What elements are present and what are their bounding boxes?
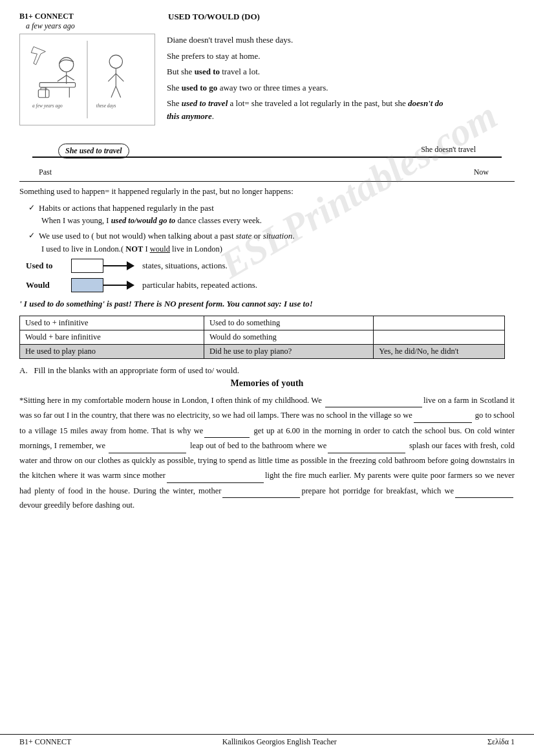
table-r2-c3 — [374, 330, 504, 344]
arrow-row-1: Used to states, situations, actions. — [26, 259, 515, 273]
arrow1-area — [71, 259, 138, 273]
not-bold: NOT — [125, 244, 143, 254]
table-r2-c1: Would + bare infinitive — [20, 330, 204, 344]
footer-page: Σελίδα 1 — [487, 737, 515, 747]
arrow2-area — [71, 278, 138, 292]
header: B1+ CONNECT a few years ago USED TO/WOUL… — [19, 12, 515, 31]
illustration-svg: these days a few years ago — [23, 41, 152, 118]
header-left: B1+ CONNECT a few years ago — [19, 12, 162, 31]
svg-line-11 — [67, 76, 74, 80]
to-do-bolditalic: to do — [228, 318, 244, 327]
state-italic: state — [236, 231, 252, 241]
intro-text-block: Diane doesn't travel mush these days. Sh… — [167, 34, 515, 125]
svg-line-16 — [111, 86, 116, 98]
this-anymore-bolditalic: this anymore — [167, 111, 212, 121]
table-r1-c1: Used to + infinitive — [20, 316, 204, 330]
timeline-now-label: Now — [474, 167, 489, 177]
bullet2-sub: I used to live in London.( NOT I would l… — [41, 244, 222, 254]
svg-line-10 — [58, 76, 67, 81]
arrow2-text: particular habits, repeated actions. — [142, 280, 257, 290]
timeline-section: She used to travel She doesn't travel Pa… — [19, 132, 515, 177]
intro-line5: She used to travel a lot= she traveled a… — [167, 97, 515, 122]
timeline-line — [32, 157, 502, 158]
arrow1-connector — [103, 265, 127, 266]
used-to-bold: used to — [195, 67, 220, 76]
grammar-bullet-list: Habits or actions that happened regularl… — [30, 202, 515, 255]
did-italic: Did — [209, 347, 222, 356]
svg-point-12 — [109, 55, 122, 68]
use-to-play-italic: use to play — [233, 347, 268, 356]
arrow-row-2: Would particular habits, repeated action… — [26, 278, 515, 292]
bullet1-main: Habits or actions that happened regularl… — [39, 203, 214, 213]
fill-paragraph: *Sitting here in my comfortable modern h… — [19, 393, 515, 513]
doesnt-do-bolditalic: doesn't do — [408, 98, 443, 108]
did2-italic: did — [405, 347, 415, 356]
would-underline: would — [150, 244, 170, 254]
table-r3-c1: He used to play piano — [20, 344, 204, 358]
fill-instruction: Fill in the blanks with an appropriate f… — [34, 365, 239, 375]
page: B1+ CONNECT a few years ago USED TO/WOUL… — [0, 0, 534, 756]
bullet-item-1: Habits or actions that happened regularl… — [30, 202, 515, 227]
footer-author: Kallinikos Georgios English Teacher — [222, 737, 337, 747]
arrow1-label: Used to — [26, 261, 71, 271]
top-section: these days a few years ago Diane doesn't… — [19, 34, 515, 125]
intro-line1: Diane doesn't travel mush these days. — [167, 34, 515, 47]
arrow2-head — [127, 281, 134, 290]
arrow1-head — [127, 261, 134, 270]
subtitle: a few years ago — [26, 21, 162, 31]
bullet-item-2: We use used to ( but not would) when tal… — [30, 230, 515, 255]
svg-text:a few years ago: a few years ago — [32, 103, 63, 109]
section-a-letter: A. — [19, 365, 28, 375]
intro-line4: She used to go away two or three times a… — [167, 81, 515, 94]
section-a-label: A. Fill in the blanks with an appropriat… — [19, 365, 515, 376]
arrow2-connector — [103, 285, 127, 286]
footer: B1+ CONNECT Kallinikos Georgios English … — [0, 734, 534, 750]
grammar-table: Used to + infinitive Used to do somethin… — [19, 316, 505, 359]
arrow2-label: Would — [26, 280, 71, 290]
blank-3 — [204, 423, 250, 438]
quote-box: ' I used to do something' is past! There… — [19, 297, 515, 310]
arrow2-box — [71, 278, 103, 292]
timeline-she-doesnt: She doesn't travel — [421, 145, 476, 155]
svg-rect-4 — [38, 90, 49, 98]
arrow1-box — [71, 259, 103, 273]
blank-2 — [414, 407, 472, 423]
svg-text:these days: these days — [96, 103, 116, 109]
situation-italic: situation — [263, 231, 293, 241]
section-divider-1 — [19, 181, 515, 182]
didnt-italic: didn't — [441, 347, 459, 356]
footer-brand: B1+ CONNECT — [19, 737, 71, 747]
grammar-something-used: Something used to happen= it happened re… — [19, 186, 515, 198]
svg-line-17 — [116, 86, 120, 98]
do-italic: do — [233, 332, 241, 341]
blank-5 — [328, 438, 405, 453]
illustration: these days a few years ago — [19, 34, 155, 125]
blank-4 — [109, 438, 186, 453]
table-row-3: He used to play piano Did he use to play… — [20, 344, 505, 358]
table-r3-c3: Yes, he did/No, he didn't — [374, 344, 504, 358]
blank-6 — [167, 468, 264, 483]
table-r1-c3 — [374, 316, 504, 330]
blank-1 — [325, 393, 422, 408]
blank-8 — [455, 483, 513, 499]
blank-7 — [222, 483, 300, 499]
table-r1-c2: Used to do something — [204, 316, 373, 330]
bullet1-sub: When I was young, I used to/would go to … — [41, 216, 262, 225]
brand: B1+ CONNECT — [19, 12, 162, 21]
table-row-2: Would + bare infinitive Would do somethi… — [20, 330, 505, 344]
timeline-past-label: Past — [39, 167, 52, 177]
used-to-would-go: used to/would go to — [111, 216, 176, 225]
used-to-play-bolditalic: used to play — [37, 347, 76, 356]
table-row-1: Used to + infinitive Used to do somethin… — [20, 316, 505, 330]
table-r2-c2: Would do something — [204, 330, 373, 344]
fill-title: Memories of youth — [19, 378, 515, 389]
used-to-go-bold: used to go — [182, 83, 218, 92]
svg-rect-1 — [39, 83, 75, 87]
svg-line-14 — [108, 74, 116, 81]
table-r3-c2: Did he use to play piano? — [204, 344, 373, 358]
used-to-travel-bolditalic: used to travel — [182, 98, 228, 108]
page-title: USED TO/WOULD (DO) — [168, 12, 260, 22]
svg-line-15 — [116, 74, 123, 81]
arrow1-text: states, situations, actions. — [142, 261, 228, 271]
intro-line3: But she used to travel a lot. — [167, 65, 515, 78]
